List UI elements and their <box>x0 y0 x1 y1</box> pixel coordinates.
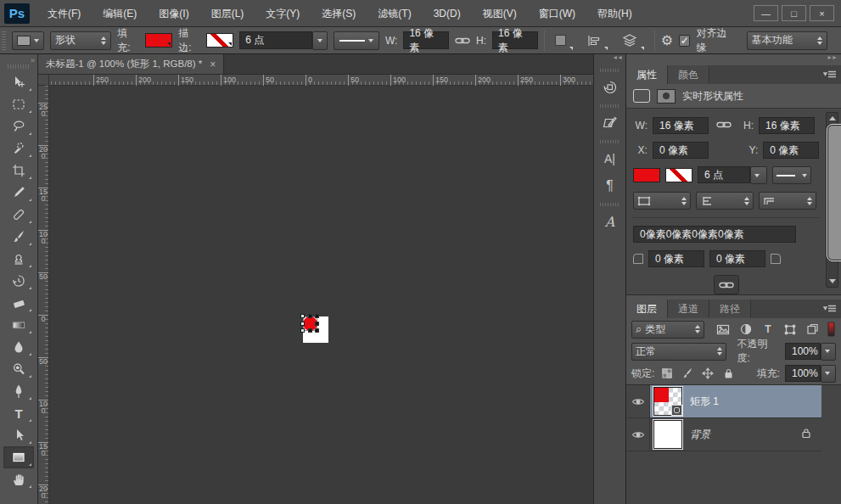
ruler-corner[interactable] <box>38 75 49 86</box>
stroke-type-select[interactable] <box>334 31 379 50</box>
panel-menu-button[interactable] <box>819 300 841 318</box>
prop-stroke-width-input[interactable]: 6 点 <box>698 166 750 183</box>
lasso-tool[interactable] <box>3 115 34 137</box>
layer-visibility-toggle[interactable] <box>626 385 650 417</box>
maximize-button[interactable]: □ <box>782 5 806 21</box>
mask-thumbnail-icon[interactable] <box>657 89 676 104</box>
close-button[interactable]: × <box>810 5 834 21</box>
layer-thumbnail[interactable] <box>653 420 682 449</box>
path-selection-tool[interactable] <box>3 424 34 446</box>
fill-swatch[interactable] <box>145 33 172 48</box>
link-dimensions-icon[interactable] <box>716 120 732 132</box>
link-radii-button[interactable] <box>714 275 739 294</box>
tab-layers[interactable]: 图层 <box>626 300 668 318</box>
stroke-caps-select[interactable] <box>696 192 754 210</box>
spot-healing-brush-tool[interactable] <box>3 204 34 226</box>
filter-pixel-layers-icon[interactable] <box>715 322 732 337</box>
transform-handle[interactable] <box>300 322 305 326</box>
prop-height-input[interactable]: 16 像素 <box>759 117 815 134</box>
stroke-swatch[interactable] <box>206 33 233 48</box>
prop-y-input[interactable]: 0 像素 <box>763 142 819 159</box>
path-arrangement-button[interactable] <box>618 31 648 50</box>
transform-handle[interactable] <box>300 314 305 318</box>
workspace-switcher[interactable]: 基本功能 <box>747 31 827 50</box>
prop-fill-swatch[interactable] <box>633 168 660 182</box>
tab-channels[interactable]: 通道 <box>668 300 709 318</box>
corner-radius-b-input[interactable]: 0 像素 <box>709 250 765 267</box>
corner-radii-summary-input[interactable]: 0像素0像素0像素0像素 <box>633 226 796 243</box>
filter-smart-objects-icon[interactable] <box>804 322 821 337</box>
filter-toggle-switch[interactable] <box>827 322 836 337</box>
pen-tool[interactable] <box>3 380 34 402</box>
document-canvas[interactable] <box>303 316 328 343</box>
hand-tool[interactable] <box>3 468 34 490</box>
document-close-icon[interactable]: × <box>210 59 216 70</box>
shape-width-input[interactable]: 16 像素 <box>403 31 449 49</box>
properties-scrollbar[interactable] <box>826 112 838 288</box>
menu-edit[interactable]: 编辑(E) <box>92 0 148 27</box>
paragraph-panel-icon[interactable]: ¶ <box>596 172 625 199</box>
lock-position-icon[interactable] <box>700 367 715 380</box>
align-edges-checkbox[interactable]: ✓ <box>679 35 690 47</box>
menu-filter[interactable]: 滤镜(T) <box>367 0 422 27</box>
vertical-ruler[interactable]: 250 200 150 100 50 0 50 100 150 200 <box>38 86 49 504</box>
stroke-width-input[interactable]: 6 点 <box>239 31 312 49</box>
notes-panel-icon[interactable] <box>596 109 625 137</box>
rectangular-marquee-tool[interactable] <box>3 93 34 115</box>
path-operations-button[interactable] <box>551 31 577 50</box>
filter-adjustment-layers-icon[interactable] <box>737 322 754 337</box>
blur-tool[interactable] <box>3 336 34 358</box>
tab-paths[interactable]: 路径 <box>709 300 751 318</box>
layer-filter-select[interactable]: ⌕ 类型 <box>631 321 704 339</box>
layer-name[interactable]: 背景 <box>690 428 710 442</box>
opacity-dropdown[interactable] <box>821 343 836 361</box>
path-alignment-button[interactable] <box>583 31 612 50</box>
fill-opacity-dropdown[interactable] <box>821 365 836 383</box>
prop-width-input[interactable]: 16 像素 <box>653 117 709 134</box>
transform-handle[interactable] <box>315 322 319 326</box>
layer-name[interactable]: 矩形 1 <box>690 395 719 409</box>
geometry-options-gear-button[interactable]: ⚙ <box>661 32 673 48</box>
menu-window[interactable]: 窗口(W) <box>528 0 586 27</box>
stroke-width-dropdown[interactable] <box>312 31 328 50</box>
menu-3d[interactable]: 3D(D) <box>423 0 472 27</box>
link-dimensions-icon[interactable] <box>455 36 470 46</box>
lock-pixels-icon[interactable] <box>680 367 695 380</box>
blend-mode-select[interactable]: 正常 <box>631 343 726 361</box>
panel-collapse-icon[interactable]: ►► <box>626 54 841 65</box>
menu-view[interactable]: 视图(V) <box>472 0 528 27</box>
filter-type-layers-icon[interactable]: T <box>760 322 777 337</box>
prop-x-input[interactable]: 0 像素 <box>653 142 709 159</box>
menu-help[interactable]: 帮助(H) <box>586 0 643 27</box>
canvas-viewport[interactable]: 250 200 150 100 50 0 50 100 150 200 250 … <box>38 75 593 504</box>
gradient-tool[interactable] <box>3 314 34 336</box>
type-tool[interactable]: T <box>3 402 34 424</box>
rectangle-tool[interactable] <box>3 446 34 468</box>
lock-all-icon[interactable] <box>720 367 736 380</box>
scroll-up-icon[interactable] <box>829 116 836 120</box>
layer-visibility-toggle[interactable] <box>626 418 650 451</box>
menu-select[interactable]: 选择(S) <box>311 0 367 27</box>
crop-tool[interactable] <box>3 160 34 182</box>
filter-shape-layers-icon[interactable] <box>782 322 799 337</box>
prop-stroke-type-select[interactable] <box>772 166 811 184</box>
tab-properties[interactable]: 属性 <box>626 65 668 84</box>
clone-stamp-tool[interactable] <box>3 248 34 270</box>
prop-stroke-width-dropdown[interactable] <box>750 166 767 184</box>
stroke-align-select[interactable] <box>633 192 691 210</box>
history-panel-icon[interactable] <box>596 74 625 101</box>
scrollbar-thumb[interactable] <box>827 125 841 260</box>
minimize-button[interactable]: — <box>754 5 778 21</box>
transform-handle[interactable] <box>300 328 305 333</box>
opacity-input[interactable]: 100% <box>785 343 821 360</box>
menu-type[interactable]: 文字(Y) <box>255 0 311 27</box>
eraser-tool[interactable] <box>3 292 34 314</box>
tool-mode-select[interactable]: 形状 <box>50 31 111 50</box>
toolbar-collapse-icon[interactable]: » <box>31 56 34 64</box>
dodge-tool[interactable] <box>3 358 34 380</box>
horizontal-ruler[interactable]: 250 200 150 100 50 0 50 100 150 200 250 … <box>49 75 593 86</box>
tab-color[interactable]: 颜色 <box>668 65 709 84</box>
prop-stroke-swatch[interactable] <box>665 168 692 182</box>
corner-radius-a-input[interactable]: 0 像素 <box>648 250 704 267</box>
menu-layer[interactable]: 图层(L) <box>200 0 255 27</box>
